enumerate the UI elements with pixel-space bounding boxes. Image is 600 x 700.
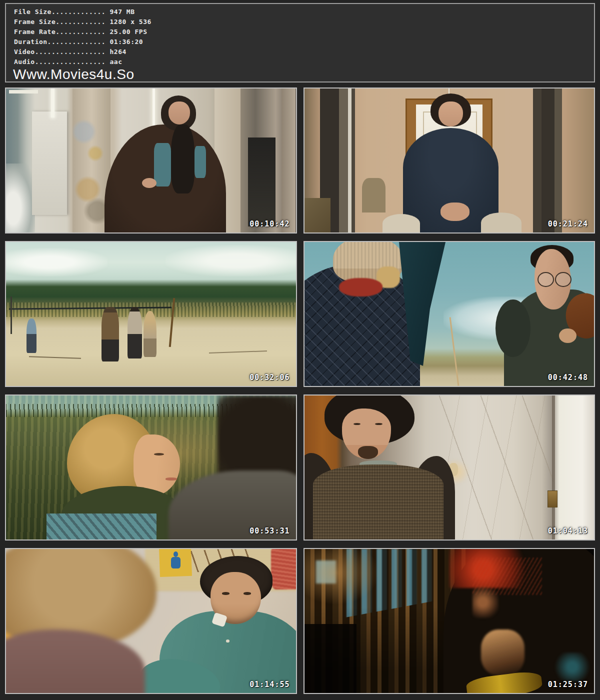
artwork-blue-figure [171, 557, 180, 568]
info-line-duration: Duration.............. 01:36:20 [14, 37, 589, 47]
cloud [5, 248, 108, 277]
person-figure [26, 318, 36, 353]
clasped-hands [440, 202, 470, 221]
right-door-frame [533, 88, 562, 232]
violinist-hand [559, 328, 576, 343]
woman-shoulder-blurred [5, 630, 145, 694]
person-figure [102, 307, 119, 362]
man-eye [222, 592, 230, 594]
beige-room-scene [304, 88, 594, 232]
door-shadow [552, 396, 555, 540]
brass-lock-plate [548, 490, 557, 508]
movie-still-7: 01:14:55 [5, 548, 297, 694]
screenshot-grid: 00:10:42 00:21:24 [5, 88, 595, 694]
site-watermark: Www.Movies4u.So [13, 67, 589, 82]
movie-still-3: 00:32:06 [5, 241, 297, 387]
glasses-lens [555, 272, 572, 287]
man-eye [354, 423, 360, 425]
beach-flag-scene [304, 242, 594, 386]
ceiling-light [9, 90, 38, 94]
archway [282, 88, 296, 232]
beach-volleyball-scene [6, 242, 296, 386]
kitchen-conversation-scene [6, 549, 296, 693]
white-wall-panel [32, 112, 67, 215]
movie-still-4: 00:42:48 [304, 241, 596, 387]
man-face [438, 102, 463, 126]
info-line-audio: Audio................. aac [14, 57, 589, 67]
info-line-file-size: File Size............. 947 MB [14, 7, 589, 17]
driftwood [29, 356, 81, 360]
dark-shelf-unit [248, 138, 276, 227]
man-scarf [171, 124, 194, 194]
info-line-frame-rate: Frame Rate............ 25.00 FPS [14, 27, 589, 37]
light-strip [51, 88, 54, 118]
cloud [166, 245, 297, 276]
timestamp-overlay: 00:53:31 [250, 526, 290, 536]
movie-still-8: 01:25:37 [304, 548, 596, 694]
movie-still-5: 00:53:31 [5, 394, 297, 540]
man-hand [142, 178, 156, 188]
teal-glint [554, 652, 591, 682]
ear-highlight [472, 586, 498, 618]
red-scarf [339, 278, 382, 296]
timestamp-overlay: 01:14:55 [250, 680, 290, 689]
child-artwork-red [271, 548, 296, 590]
movie-still-1: 00:10:42 [5, 88, 297, 234]
chair-arm [481, 212, 522, 232]
dune-grass-profile-scene [6, 396, 296, 540]
marble-hallway-scene [304, 396, 594, 540]
plaid-jacket [46, 514, 156, 540]
man-eye [244, 592, 251, 594]
timestamp-overlay: 00:10:42 [250, 220, 290, 228]
woman-lips [166, 478, 177, 480]
woman-eye [154, 453, 164, 456]
screenshot-sheet: { "colors": { "page_bg": "#242424", "pan… [0, 0, 600, 700]
dark-curtains-silhouette-scene [304, 549, 594, 693]
teal-sweater [154, 143, 172, 186]
driftwood [209, 350, 267, 354]
loft-apartment-scene [6, 88, 296, 232]
timestamp-overlay: 01:04:13 [548, 526, 588, 536]
person-figure [128, 307, 142, 359]
info-line-frame-size: Frame Size............ 1280 x 536 [14, 17, 589, 27]
timestamp-overlay: 01:25:37 [548, 680, 588, 689]
dark-corner [304, 198, 330, 232]
info-line-video: Video................. h264 [14, 47, 589, 57]
background-chair [362, 178, 385, 212]
jacket-hood [496, 300, 530, 357]
goatee [358, 446, 378, 459]
brown-knit-sweater [313, 464, 444, 540]
timestamp-overlay: 00:32:06 [250, 373, 290, 382]
teal-sweater [194, 146, 206, 178]
media-info-panel: File Size............. 947 MB Frame Size… [5, 3, 595, 82]
neck-highlight [481, 630, 524, 676]
person-figure [144, 311, 156, 357]
timestamp-overlay: 00:21:24 [548, 220, 588, 228]
movie-still-6: 01:04:13 [304, 394, 596, 540]
net-pole [10, 296, 12, 334]
spiral-staircase [6, 164, 35, 232]
man-face [168, 102, 190, 124]
man-eye [375, 423, 382, 425]
movie-still-2: 00:21:24 [304, 88, 596, 234]
timestamp-overlay: 00:42:48 [548, 373, 588, 382]
chair-arm [382, 214, 420, 232]
